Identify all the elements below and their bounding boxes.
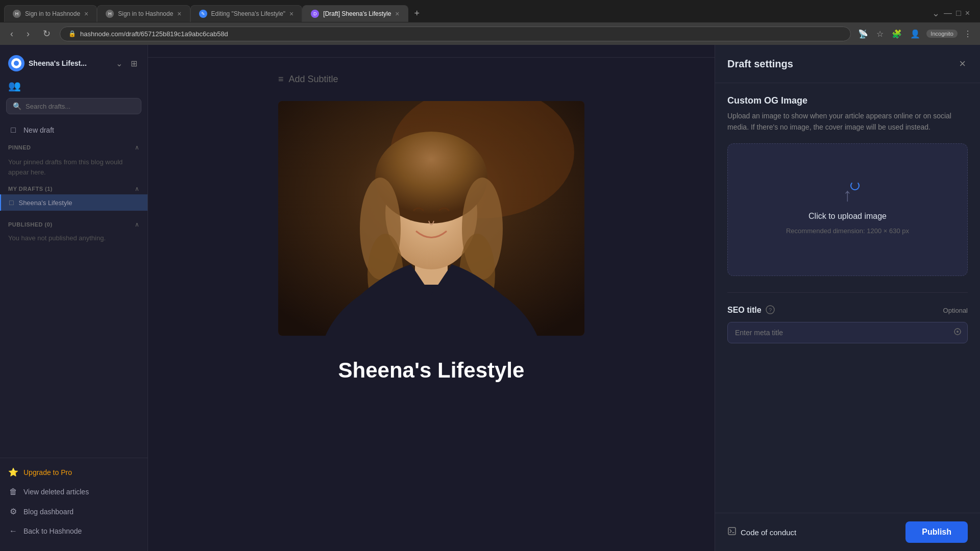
blog-dashboard-item[interactable]: ⚙ Blog dashboard [0, 502, 148, 521]
menu-button[interactable]: ⋮ [962, 27, 974, 41]
upload-text: Click to upload image [808, 212, 887, 221]
trash-icon: 🗑 [8, 487, 18, 496]
subtitle-icon: ≡ [278, 74, 284, 85]
tab-2-favicon: H [106, 10, 114, 18]
tab-1-title: Sign in to Hashnode [25, 10, 80, 17]
pinned-header: PINNED ∧ [8, 144, 139, 151]
profile-button[interactable]: 👤 [908, 27, 922, 41]
bookmark-button[interactable]: ☆ [874, 27, 886, 41]
code-of-conduct-label: Code of conduct [741, 528, 796, 537]
back-arrow-icon: ← [8, 527, 18, 536]
cast-button[interactable]: 📡 [856, 27, 870, 41]
new-draft-label: New draft [23, 126, 54, 134]
published-header: PUBLISHED (0) ∧ [8, 221, 139, 228]
svg-text:?: ? [769, 307, 772, 313]
tab-3-close[interactable]: × [289, 10, 293, 18]
seo-input[interactable] [727, 322, 968, 343]
incognito-badge: Incognito [926, 30, 958, 38]
publish-button[interactable]: Publish [905, 521, 968, 543]
search-input[interactable] [26, 103, 135, 110]
search-box[interactable]: 🔍 [6, 98, 141, 114]
pinned-empty-text: Your pinned drafts from this blog would … [0, 153, 148, 181]
cover-image-placeholder [278, 101, 584, 336]
tab-1-close[interactable]: × [84, 10, 88, 18]
view-deleted-label: View deleted articles [23, 488, 89, 496]
my-drafts-chevron[interactable]: ∧ [135, 185, 139, 192]
minimize-button[interactable]: — [944, 9, 952, 18]
upload-area[interactable]: ↑ Click to upload image Recommended dime… [727, 143, 968, 276]
blog-logo-inner [11, 58, 21, 68]
team-icon-row: 👥 [0, 78, 148, 98]
url-text: hashnode.com/draft/657125b819c1a9abc6cab… [80, 30, 228, 38]
back-to-hashnode-item[interactable]: ← Back to Hashnode [0, 521, 148, 541]
cover-image-svg [278, 101, 584, 336]
tab-4-favicon: D [311, 10, 319, 18]
code-icon [727, 527, 737, 538]
sidebar-bottom: ⭐ Upgrade to Pro 🗑 View deleted articles… [0, 458, 148, 545]
svg-point-13 [957, 331, 959, 333]
tab-1-favicon: H [13, 10, 21, 18]
blog-logo-dot [14, 61, 19, 66]
draft-settings-header: Draft settings × [715, 45, 980, 83]
search-icon: 🔍 [13, 102, 21, 110]
my-drafts-section: MY DRAFTS (1) ∧ [0, 181, 148, 194]
code-of-conduct-button[interactable]: Code of conduct [727, 527, 796, 538]
seo-label: SEO title [727, 306, 762, 315]
upgrade-item[interactable]: ⭐ Upgrade to Pro [0, 462, 148, 482]
published-chevron[interactable]: ∧ [135, 221, 139, 228]
back-button[interactable]: ‹ [6, 27, 17, 41]
forward-button[interactable]: › [22, 27, 34, 41]
draft-settings-panel: Draft settings × Custom OG Image Upload … [715, 45, 980, 551]
seo-help-icon[interactable]: ? [766, 305, 775, 316]
tab-4-close[interactable]: × [395, 10, 399, 18]
blog-logo [8, 55, 24, 71]
team-icon[interactable]: 👥 [8, 80, 21, 91]
og-image-title: Custom OG Image [727, 95, 968, 106]
tab-4[interactable]: D [Draft] Sheena's Lifestyle × [302, 5, 408, 22]
draft-item-title: Sheena's Lifestyle [18, 199, 72, 207]
tab-list-button[interactable]: ⌄ [932, 8, 940, 19]
pinned-chevron[interactable]: ∧ [135, 144, 139, 151]
close-window-button[interactable]: × [965, 9, 970, 18]
reload-button[interactable]: ↻ [39, 26, 55, 41]
seo-section: SEO title ? Optional [727, 305, 968, 343]
upgrade-label: Upgrade to Pro [23, 468, 72, 477]
new-draft-item[interactable]: □ New draft [0, 120, 148, 140]
draft-settings-title: Draft settings [727, 58, 793, 70]
published-empty-text: You have not published anything. [0, 230, 148, 246]
optional-badge: Optional [943, 307, 968, 314]
published-label: PUBLISHED (0) [8, 221, 53, 228]
new-draft-icon: □ [8, 126, 18, 135]
sidebar: Sheena's Lifest... ⌄ ⊞ 👥 🔍 □ New draft P… [0, 45, 148, 551]
add-subtitle-row[interactable]: ≡ Add Subtitle [278, 68, 584, 91]
url-bar[interactable]: 🔒 hashnode.com/draft/657125b819c1a9abc6c… [60, 27, 851, 41]
draft-item[interactable]: □ Sheena's Lifestyle [0, 194, 148, 211]
new-tab-icon-button[interactable]: ⊞ [129, 57, 139, 70]
extensions-button[interactable]: 🧩 [890, 27, 904, 41]
view-deleted-item[interactable]: 🗑 View deleted articles [0, 482, 148, 502]
restore-button[interactable]: □ [956, 9, 961, 18]
blog-dashboard-label: Blog dashboard [23, 508, 74, 516]
sidebar-header: Sheena's Lifest... ⌄ ⊞ [0, 51, 148, 78]
tab-3[interactable]: ✎ Editing "Sheena's Lifestyle" × [190, 5, 303, 22]
seo-title-row: SEO title ? [727, 305, 775, 316]
close-draft-settings-button[interactable]: × [957, 55, 968, 72]
back-label: Back to Hashnode [23, 527, 82, 535]
blog-name: Sheena's Lifest... [29, 59, 110, 67]
tab-1[interactable]: H Sign in to Hashnode × [4, 5, 97, 22]
og-image-desc: Upload an image to show when your articl… [727, 110, 968, 133]
article-title: Sheena's Lifestyle [278, 348, 584, 393]
my-drafts-label: MY DRAFTS (1) [8, 186, 53, 192]
tab-2-close[interactable]: × [177, 10, 181, 18]
add-subtitle-label: Add Subtitle [289, 74, 338, 85]
pinned-section: PINNED ∧ [0, 140, 148, 153]
tab-2[interactable]: H Sign in to Hashnode × [97, 5, 190, 22]
sidebar-header-actions: ⌄ ⊞ [114, 57, 139, 70]
browser-actions: 📡 ☆ 🧩 👤 Incognito ⋮ [856, 27, 974, 41]
divider [727, 292, 968, 293]
seo-input-icon [953, 328, 962, 338]
new-tab-button[interactable]: + [408, 4, 426, 23]
dropdown-button[interactable]: ⌄ [114, 57, 125, 70]
tab-4-title: [Draft] Sheena's Lifestyle [323, 10, 391, 17]
cover-image [278, 101, 584, 336]
